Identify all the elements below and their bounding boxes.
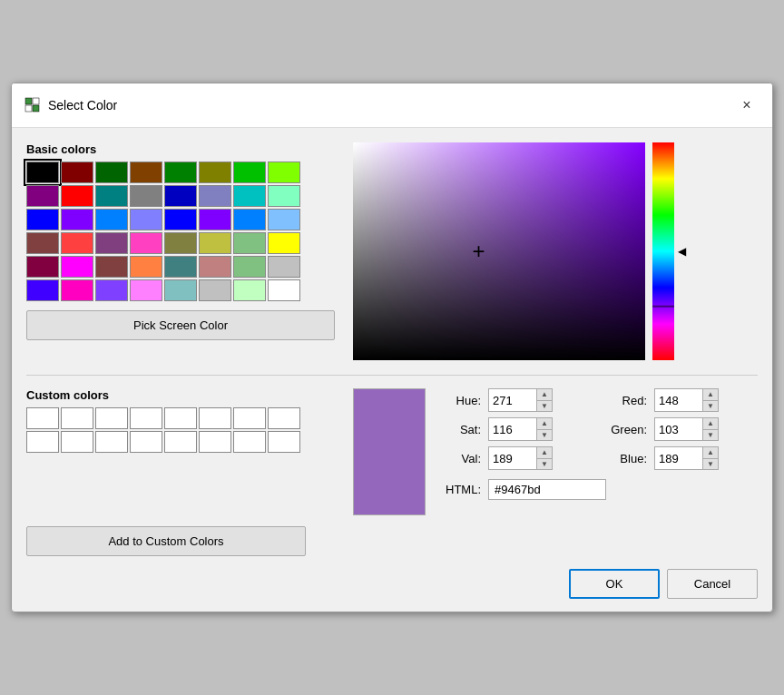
- val-spin: ▲ ▼: [536, 447, 552, 469]
- custom-color-cell[interactable]: [61, 431, 93, 453]
- basic-color-cell[interactable]: [61, 279, 93, 301]
- val-up-button[interactable]: ▲: [537, 447, 552, 458]
- basic-color-cell[interactable]: [61, 209, 93, 230]
- basic-color-cell[interactable]: [164, 279, 197, 301]
- hue-input[interactable]: [489, 392, 536, 409]
- basic-color-cell[interactable]: [268, 279, 300, 301]
- basic-color-cell[interactable]: [61, 232, 93, 254]
- basic-color-cell[interactable]: [61, 162, 93, 183]
- blue-input[interactable]: [655, 450, 702, 467]
- sat-up-button[interactable]: ▲: [537, 418, 552, 429]
- val-down-button[interactable]: ▼: [537, 458, 552, 469]
- basic-color-cell[interactable]: [61, 256, 93, 278]
- basic-color-cell[interactable]: [26, 185, 59, 207]
- basic-color-cell[interactable]: [268, 209, 300, 230]
- custom-color-cell[interactable]: [95, 431, 128, 453]
- custom-color-cell[interactable]: [130, 407, 162, 429]
- custom-color-cell[interactable]: [61, 407, 93, 429]
- custom-color-cell[interactable]: [164, 431, 197, 453]
- blue-down-button[interactable]: ▼: [703, 458, 718, 469]
- basic-color-cell[interactable]: [233, 185, 266, 207]
- basic-color-cell[interactable]: [233, 162, 266, 183]
- basic-color-cell[interactable]: [164, 185, 197, 207]
- basic-color-cell[interactable]: [95, 209, 128, 230]
- dialog-footer: OK Cancel: [12, 560, 772, 612]
- basic-color-cell[interactable]: [95, 162, 128, 183]
- basic-color-cell[interactable]: [95, 185, 128, 207]
- red-down-button[interactable]: ▼: [703, 400, 718, 411]
- basic-color-cell[interactable]: [268, 185, 300, 207]
- basic-color-cell[interactable]: [199, 232, 231, 254]
- basic-color-cell[interactable]: [233, 209, 266, 230]
- basic-color-cell[interactable]: [26, 232, 59, 254]
- basic-color-cell[interactable]: [130, 162, 162, 183]
- custom-color-cell[interactable]: [199, 431, 231, 453]
- svg-rect-1: [33, 98, 39, 104]
- basic-color-cell[interactable]: [164, 162, 197, 183]
- green-input-container: ▲ ▼: [654, 417, 719, 441]
- sat-input[interactable]: [489, 421, 536, 438]
- val-input[interactable]: [489, 450, 536, 467]
- close-button[interactable]: ×: [734, 93, 760, 118]
- hue-arrow: ◀: [678, 245, 686, 258]
- green-input[interactable]: [655, 421, 702, 438]
- sv-canvas[interactable]: +: [353, 142, 645, 360]
- hue-up-button[interactable]: ▲: [537, 389, 552, 400]
- custom-color-cell[interactable]: [95, 407, 128, 429]
- green-down-button[interactable]: ▼: [703, 429, 718, 440]
- custom-color-cell[interactable]: [268, 407, 300, 429]
- custom-color-cell[interactable]: [268, 431, 300, 453]
- red-label: Red:: [606, 394, 647, 407]
- custom-color-cell[interactable]: [26, 407, 59, 429]
- green-up-button[interactable]: ▲: [703, 418, 718, 429]
- custom-color-cell[interactable]: [233, 431, 266, 453]
- custom-color-cell[interactable]: [26, 431, 59, 453]
- basic-color-cell[interactable]: [130, 185, 162, 207]
- basic-color-cell[interactable]: [95, 232, 128, 254]
- basic-color-cell[interactable]: [95, 256, 128, 278]
- html-input[interactable]: [488, 479, 606, 500]
- basic-color-cell[interactable]: [199, 209, 231, 230]
- basic-color-cell[interactable]: [130, 279, 162, 301]
- basic-color-cell[interactable]: [164, 256, 197, 278]
- basic-color-cell[interactable]: [26, 162, 59, 183]
- custom-color-cell[interactable]: [233, 407, 266, 429]
- basic-color-cell[interactable]: [26, 209, 59, 230]
- red-input[interactable]: [655, 392, 702, 409]
- custom-color-cell[interactable]: [199, 407, 231, 429]
- add-to-custom-colors-button[interactable]: Add to Custom Colors: [26, 526, 306, 556]
- basic-color-cell[interactable]: [233, 232, 266, 254]
- basic-color-cell[interactable]: [130, 256, 162, 278]
- hue-down-button[interactable]: ▼: [537, 400, 552, 411]
- add-custom-container: Add to Custom Colors: [12, 515, 320, 560]
- hue-slider[interactable]: [652, 142, 674, 360]
- ok-button[interactable]: OK: [569, 569, 660, 599]
- basic-color-cell[interactable]: [268, 162, 300, 183]
- title-bar-left: Select Color: [24, 97, 117, 113]
- basic-color-cell[interactable]: [130, 232, 162, 254]
- color-picker-area: + ◀: [353, 142, 758, 360]
- green-spin: ▲ ▼: [702, 418, 718, 440]
- basic-color-cell[interactable]: [268, 256, 300, 278]
- basic-color-cell[interactable]: [199, 185, 231, 207]
- basic-color-cell[interactable]: [26, 256, 59, 278]
- basic-color-cell[interactable]: [199, 162, 231, 183]
- pick-screen-color-button[interactable]: Pick Screen Color: [26, 310, 335, 340]
- blue-up-button[interactable]: ▲: [703, 447, 718, 458]
- basic-color-cell[interactable]: [95, 279, 128, 301]
- sat-down-button[interactable]: ▼: [537, 429, 552, 440]
- basic-color-cell[interactable]: [233, 256, 266, 278]
- basic-color-cell[interactable]: [199, 256, 231, 278]
- basic-color-cell[interactable]: [268, 232, 300, 254]
- custom-color-cell[interactable]: [130, 431, 162, 453]
- cancel-button[interactable]: Cancel: [667, 569, 758, 599]
- basic-color-cell[interactable]: [199, 279, 231, 301]
- basic-color-cell[interactable]: [164, 209, 197, 230]
- basic-color-cell[interactable]: [130, 209, 162, 230]
- basic-color-cell[interactable]: [26, 279, 59, 301]
- custom-color-cell[interactable]: [164, 407, 197, 429]
- basic-color-cell[interactable]: [61, 185, 93, 207]
- red-up-button[interactable]: ▲: [703, 389, 718, 400]
- basic-color-cell[interactable]: [164, 232, 197, 254]
- basic-color-cell[interactable]: [233, 279, 266, 301]
